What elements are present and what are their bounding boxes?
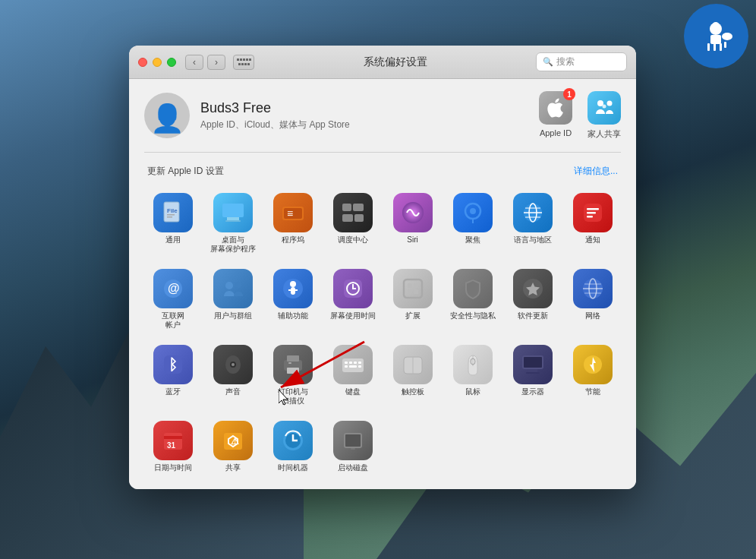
icon-notify[interactable]: 通知: [564, 188, 621, 258]
icon-label-timemachine: 时间机器: [278, 463, 308, 472]
icon-box-sharing: ⚠: [213, 421, 253, 460]
svg-rect-97: [345, 434, 361, 447]
knight-logo: [684, 4, 752, 72]
icon-box-mouse: [453, 345, 493, 384]
icon-label-bluetooth: 蓝牙: [165, 387, 181, 396]
nav-buttons: ‹ ›: [185, 55, 254, 70]
icon-sound[interactable]: 声音: [204, 340, 261, 410]
icon-box-extension: [393, 269, 433, 308]
icon-label-notify: 通知: [585, 235, 600, 245]
icon-sharing[interactable]: ⚠共享: [204, 416, 261, 477]
svg-text:@: @: [168, 282, 180, 295]
icon-internet[interactable]: @互联网 帐户: [144, 264, 201, 334]
icon-box-focus: [453, 193, 493, 232]
icon-label-security: 安全性与隐私: [450, 311, 496, 321]
svg-point-29: [470, 208, 476, 214]
icon-box-security: [453, 269, 493, 308]
icon-users[interactable]: 用户与群组: [204, 264, 261, 334]
icon-trackpad[interactable]: 触控板: [384, 340, 441, 410]
svg-point-9: [597, 100, 603, 106]
icon-label-desktop: 桌面与 屏幕保护程序: [210, 235, 256, 254]
icon-label-software: 软件更新: [518, 311, 548, 321]
grid-view-button[interactable]: [233, 55, 254, 70]
icon-box-desktop: [213, 193, 253, 232]
icon-label-energy: 节能: [585, 387, 600, 396]
icon-box-startup: [333, 421, 373, 460]
svg-text:≡: ≡: [287, 207, 293, 219]
icon-bluetooth[interactable]: ᛒ蓝牙: [144, 340, 201, 410]
svg-rect-69: [287, 368, 299, 374]
maximize-button[interactable]: [167, 58, 176, 67]
family-sharing-button[interactable]: 家人共享: [587, 91, 621, 140]
svg-text:31: 31: [167, 441, 176, 450]
svg-rect-26: [354, 214, 364, 222]
icon-label-users: 用户与群组: [214, 311, 252, 321]
icon-focus[interactable]: 聚焦: [444, 188, 501, 258]
icon-box-network: [573, 269, 613, 308]
icon-mission[interactable]: 调度中心: [324, 188, 381, 258]
search-box[interactable]: 🔍 搜索: [536, 52, 627, 71]
close-button[interactable]: [138, 58, 147, 67]
detail-link[interactable]: 详细信息...: [574, 165, 618, 178]
forward-button[interactable]: ›: [207, 55, 225, 70]
icon-network[interactable]: 网络: [564, 264, 621, 334]
icon-desktop[interactable]: 桌面与 屏幕保护程序: [204, 188, 261, 258]
icon-general[interactable]: File通用: [144, 188, 201, 258]
icon-security[interactable]: 安全性与隐私: [444, 264, 501, 334]
system-preferences-window: ‹ › 系统偏好设置 🔍 搜索 👤 Buds3 Free Apple ID、iC…: [129, 46, 636, 489]
icon-screentime[interactable]: 屏幕使用时间: [324, 264, 381, 334]
icon-label-language: 语言与地区: [514, 235, 552, 245]
apple-id-button[interactable]: 1 Apple ID: [539, 91, 572, 137]
svg-rect-39: [587, 216, 593, 218]
icon-label-trackpad: 触控板: [402, 387, 424, 396]
icon-display[interactable]: 显示器: [504, 340, 561, 410]
svg-rect-5: [720, 43, 722, 51]
titlebar: ‹ › 系统偏好设置 🔍 搜索: [129, 46, 636, 79]
icon-box-access: [273, 269, 313, 308]
search-icon: 🔍: [543, 57, 553, 67]
icon-dock[interactable]: ≡程序坞: [264, 188, 321, 258]
svg-rect-17: [222, 204, 244, 217]
icon-box-trackpad: [393, 345, 433, 384]
svg-rect-90: [164, 436, 182, 439]
minimize-button[interactable]: [153, 58, 162, 67]
icon-siri[interactable]: Siri: [384, 188, 441, 258]
icon-label-siri: Siri: [407, 235, 417, 245]
back-button[interactable]: ‹: [185, 55, 203, 70]
icon-box-display: [513, 345, 553, 384]
family-label: 家人共享: [587, 128, 621, 140]
apple-id-badge: 1: [563, 88, 575, 100]
icon-energy[interactable]: 节能: [564, 340, 621, 410]
svg-rect-3: [707, 43, 710, 51]
icon-extension[interactable]: 扩展: [384, 264, 441, 334]
icon-datetime[interactable]: 31日期与时间: [144, 416, 201, 477]
search-placeholder: 搜索: [556, 55, 575, 68]
svg-rect-78: [358, 365, 361, 368]
traffic-lights: [138, 58, 176, 67]
apple-id-icon-box: 1: [539, 91, 572, 125]
svg-point-46: [290, 281, 296, 287]
svg-rect-25: [342, 214, 353, 222]
icon-box-users: [213, 269, 253, 308]
svg-rect-24: [353, 204, 364, 211]
icon-timemachine[interactable]: 时间机器: [264, 416, 321, 477]
svg-rect-75: [358, 362, 361, 364]
icon-access[interactable]: 辅助功能: [264, 264, 321, 334]
icon-mouse[interactable]: 鼠标: [444, 340, 501, 410]
icon-label-printer: 打印机与 扫描仪: [278, 387, 308, 406]
icon-language[interactable]: 语言与地区: [504, 188, 561, 258]
svg-rect-73: [349, 362, 352, 364]
icon-box-bluetooth: ᛒ: [153, 345, 193, 384]
icon-keyboard[interactable]: 键盘: [324, 340, 381, 410]
icon-label-focus: 聚焦: [465, 235, 480, 245]
svg-rect-15: [167, 214, 175, 216]
icon-grid: File通用桌面与 屏幕保护程序≡程序坞调度中心Siri聚焦语言与地区通知@互联…: [144, 188, 621, 477]
svg-rect-84: [524, 357, 542, 368]
icon-startup[interactable]: 启动磁盘: [324, 416, 381, 477]
avatar[interactable]: 👤: [144, 93, 190, 138]
window-title: 系统偏好设置: [254, 55, 536, 69]
icon-label-sound: 声音: [225, 387, 241, 396]
icon-software[interactable]: 软件更新: [504, 264, 561, 334]
icon-box-datetime: 31: [153, 421, 193, 460]
icon-printer[interactable]: 打印机与 扫描仪: [264, 340, 321, 410]
